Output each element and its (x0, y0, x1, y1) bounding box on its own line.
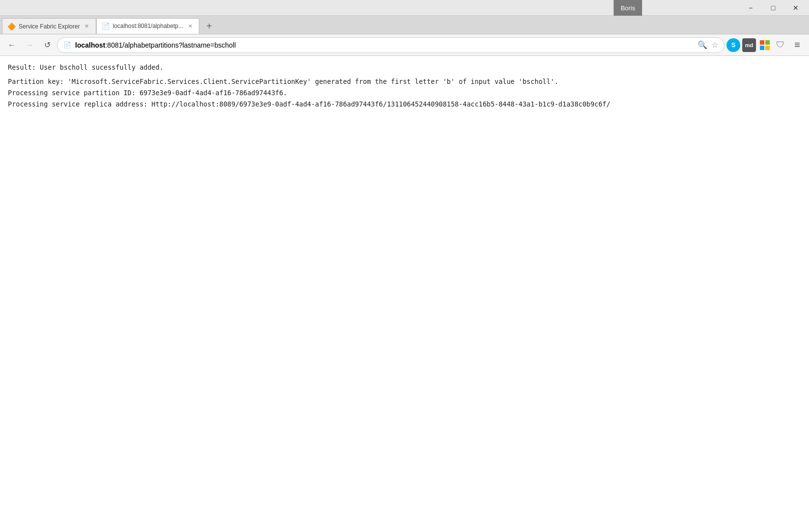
partition-key-line: Partition key: 'Microsoft.ServiceFabric.… (8, 76, 801, 87)
url-hostname: localhost (75, 41, 105, 49)
replica-address-line: Processing service replica address: Http… (8, 99, 801, 110)
tab-localhost[interactable]: 📄 localhost:8081/alphabetp... ✕ (96, 18, 199, 34)
office-button[interactable] (758, 38, 772, 52)
back-button[interactable]: ← (4, 37, 20, 53)
skype-button[interactable]: S (727, 38, 740, 52)
svg-rect-3 (765, 46, 770, 50)
page-content: Result: User bscholl sucessfully added. … (0, 56, 809, 532)
result-line: Result: User bscholl sucessfully added. (8, 62, 801, 73)
tab-favicon-localhost: 📄 (102, 22, 110, 30)
titlebar: Boris − □ ✕ (0, 0, 809, 16)
tabbar: 🔶 Service Fabric Explorer ✕ 📄 localhost:… (0, 16, 809, 34)
tab-close-service-fabric[interactable]: ✕ (83, 23, 91, 30)
tab-service-fabric[interactable]: 🔶 Service Fabric Explorer ✕ (2, 18, 96, 34)
search-icon[interactable]: 🔍 (698, 40, 707, 50)
tab-label-localhost: localhost:8081/alphabetp... (113, 23, 183, 29)
address-bar-input-wrap[interactable]: 📄 localhost:8081/alphabetpartitions?last… (57, 37, 725, 53)
minimize-button[interactable]: − (739, 0, 762, 16)
bookmark-icon[interactable]: ☆ (711, 40, 718, 50)
tab-label-service-fabric: Service Fabric Explorer (19, 23, 80, 30)
maximize-button[interactable]: □ (762, 0, 784, 16)
refresh-button[interactable]: ↺ (39, 37, 55, 53)
browser-toolbar: S md 🛡 ≡ (727, 37, 805, 53)
new-tab-button[interactable]: + (201, 18, 217, 34)
tab-close-localhost[interactable]: ✕ (186, 22, 194, 30)
svg-rect-2 (760, 46, 764, 50)
url-path: :8081/alphabetpartitions?lastname=bschol… (105, 41, 236, 49)
svg-rect-0 (760, 40, 764, 45)
menu-button[interactable]: ≡ (789, 37, 805, 53)
page-info-icon: 📄 (63, 41, 71, 49)
forward-button[interactable]: → (22, 37, 37, 53)
user-profile[interactable]: Boris (614, 0, 642, 16)
svg-rect-1 (765, 40, 770, 45)
md-button[interactable]: md (742, 38, 756, 52)
address-url-display[interactable]: localhost:8081/alphabetpartitions?lastna… (75, 41, 694, 49)
shield-button[interactable]: 🛡 (774, 38, 787, 52)
partition-id-line: Processing service partition ID: 6973e3e… (8, 87, 801, 99)
window-controls: − □ ✕ (739, 0, 807, 16)
info-block: Partition key: 'Microsoft.ServiceFabric.… (8, 76, 801, 110)
tab-favicon-service-fabric: 🔶 (7, 23, 16, 30)
close-button[interactable]: ✕ (784, 0, 807, 16)
office-icon-svg (759, 40, 770, 51)
addressbar: ← → ↺ 📄 localhost:8081/alphabetpartition… (0, 34, 809, 56)
